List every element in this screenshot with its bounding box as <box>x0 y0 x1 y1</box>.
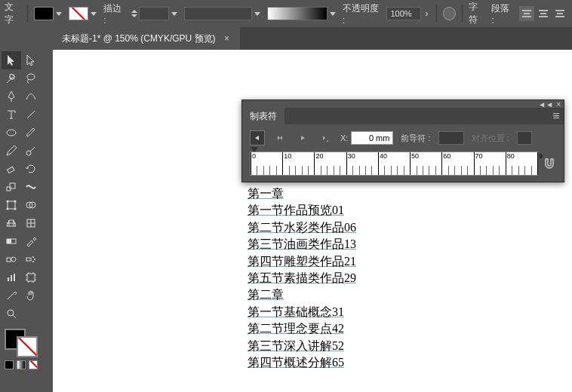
active-tool-label: 文字 <box>5 1 21 26</box>
stroke-color-combo[interactable] <box>69 7 97 20</box>
collapse-icon[interactable]: ◄◄ <box>538 100 553 109</box>
eyedropper-tool[interactable] <box>21 232 41 250</box>
artboard-tool[interactable] <box>21 268 41 286</box>
panel-header[interactable]: ◄◄ × <box>242 100 564 108</box>
align-to-input[interactable] <box>517 131 532 145</box>
first-line-indent-marker[interactable] <box>251 147 258 152</box>
direct-selection-tool[interactable] <box>21 51 41 69</box>
curvature-tool[interactable] <box>21 87 41 106</box>
free-transform-tool[interactable] <box>2 196 21 214</box>
tab-decimal-align-button[interactable] <box>318 130 333 145</box>
tab-ruler[interactable]: 010203040506070809 <box>250 152 538 176</box>
pen-tool[interactable] <box>2 87 21 106</box>
document-tab[interactable]: 未标题-1* @ 150% (CMYK/GPU 预览) × <box>53 27 240 50</box>
shape-builder-tool[interactable] <box>21 196 41 214</box>
symbol-sprayer-tool[interactable] <box>21 250 41 268</box>
globe-icon[interactable] <box>443 7 456 20</box>
ellipse-tool[interactable] <box>2 124 21 142</box>
svg-rect-17 <box>7 258 11 262</box>
close-icon[interactable]: × <box>556 100 561 109</box>
text-line: 第一节作品预览01 <box>248 202 406 219</box>
tabs-panel-tab[interactable]: 制表符 <box>242 108 284 124</box>
close-icon[interactable]: × <box>223 35 231 42</box>
text-line: 第一章 <box>248 185 406 202</box>
svg-rect-19 <box>26 258 31 261</box>
stroke-weight-label: 描边 : <box>103 2 125 26</box>
x-position-input[interactable] <box>351 131 393 145</box>
text-line: 第三节油画类作品13 <box>248 236 406 253</box>
blob-brush-tool[interactable] <box>21 142 41 160</box>
brush-input[interactable] <box>184 7 252 20</box>
x-label: X: <box>340 133 348 142</box>
stroke-swatch[interactable] <box>17 336 38 357</box>
text-line: 第一节基础概念31 <box>248 304 406 320</box>
slice-tool[interactable] <box>2 286 21 305</box>
snap-icon[interactable] <box>543 157 556 170</box>
align-right-button[interactable] <box>552 6 567 21</box>
character-panel-link[interactable]: 字符 <box>469 1 485 26</box>
document-tab-bar: 未标题-1* @ 150% (CMYK/GPU 预览) × <box>53 27 572 50</box>
text-line: 第二章 <box>248 286 406 303</box>
svg-line-28 <box>13 315 16 318</box>
svg-point-18 <box>11 257 16 262</box>
perspective-grid-tool[interactable] <box>2 214 21 232</box>
solid-color-button[interactable] <box>5 360 14 369</box>
eraser-tool[interactable] <box>2 160 21 178</box>
selection-tool[interactable] <box>2 51 21 69</box>
opacity-combo[interactable]: › <box>386 7 430 20</box>
blend-tool[interactable] <box>2 250 21 268</box>
rotate-tool[interactable] <box>21 160 41 178</box>
tabs-panel[interactable]: ◄◄ × 制表符 ≡ X: 前导符 : 对齐位置 : 0102030405060… <box>241 100 564 182</box>
svg-point-11 <box>14 208 17 210</box>
divider <box>436 5 437 22</box>
stroke-weight-input[interactable] <box>139 7 169 20</box>
tab-center-align-button[interactable] <box>272 130 288 145</box>
tab-left-align-button[interactable] <box>250 130 265 145</box>
zoom-tool[interactable] <box>2 305 21 323</box>
stroke-weight-combo[interactable] <box>131 7 178 20</box>
gradient-button[interactable] <box>17 360 26 369</box>
document-tab-title: 未标题-1* @ 150% (CMYK/GPU 预览) <box>62 32 216 45</box>
gradient-combo-wrap[interactable] <box>267 7 337 20</box>
panel-menu-icon[interactable]: ≡ <box>549 108 564 124</box>
text-line: 第五节素描类作品29 <box>248 270 406 286</box>
none-button[interactable] <box>29 360 38 369</box>
type-tool[interactable] <box>2 106 21 124</box>
fill-color-combo[interactable] <box>34 7 63 20</box>
align-left-button[interactable] <box>519 6 534 21</box>
text-frame[interactable]: 第一章 第一节作品预览01 第二节水彩类作品06 第三节油画类作品13 第四节雕… <box>248 185 406 371</box>
svg-point-29 <box>327 140 328 142</box>
scale-tool[interactable] <box>2 178 21 196</box>
width-tool[interactable] <box>21 178 41 196</box>
paragraph-panel-link[interactable]: 段落 : <box>491 2 512 26</box>
tab-align-controls: X: 前导符 : 对齐位置 : <box>250 130 556 145</box>
brush-combo[interactable] <box>184 7 261 20</box>
tab-right-align-button[interactable] <box>295 130 310 145</box>
gradient-tool[interactable] <box>2 232 21 250</box>
svg-rect-24 <box>11 275 12 281</box>
align-center-button[interactable] <box>536 6 551 21</box>
column-graph-tool[interactable] <box>2 268 21 286</box>
paintbrush-tool[interactable] <box>21 124 41 142</box>
pencil-tool[interactable] <box>2 142 21 160</box>
chevron-down-icon <box>90 7 97 20</box>
magic-wand-tool[interactable] <box>2 69 21 87</box>
line-segment-tool[interactable] <box>21 106 41 124</box>
opacity-input[interactable] <box>386 7 421 20</box>
svg-point-9 <box>14 201 17 203</box>
align-to-label: 对齐位置 : <box>472 133 509 144</box>
ruler-label: 0 <box>252 152 256 160</box>
stepper-icon <box>131 10 137 17</box>
lasso-tool[interactable] <box>21 69 41 87</box>
fill-stroke-swatches[interactable] <box>2 326 41 359</box>
svg-rect-25 <box>14 274 15 281</box>
hand-tool[interactable] <box>21 286 41 305</box>
options-bar: 文字 描边 : 不透明度 : › 字符 段落 : <box>0 0 572 27</box>
text-line: 第四节雕塑类作品21 <box>248 253 406 270</box>
leader-input[interactable] <box>438 131 464 145</box>
gradient-preview <box>267 7 328 20</box>
svg-rect-26 <box>27 274 35 281</box>
divider <box>27 5 28 22</box>
chevron-down-icon <box>329 7 337 20</box>
mesh-tool[interactable] <box>21 214 41 232</box>
